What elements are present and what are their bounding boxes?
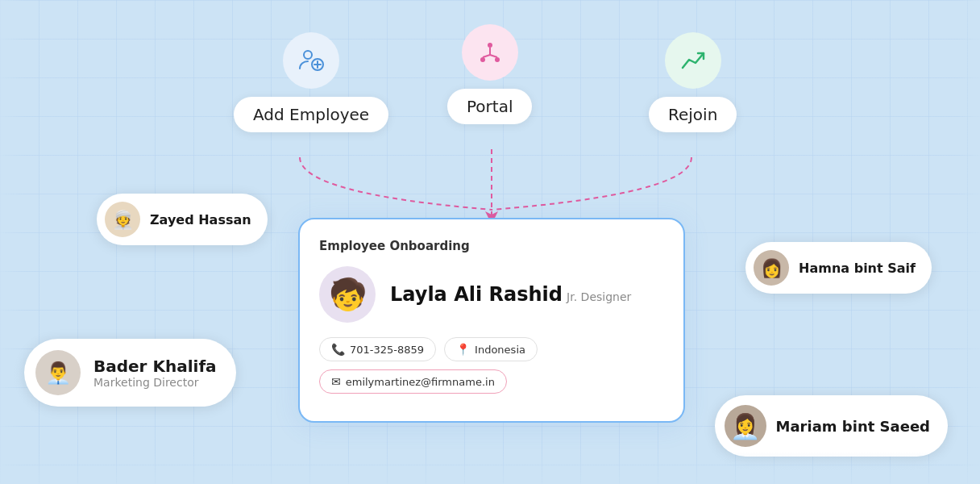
add-employee-action[interactable]: Add Employee <box>234 32 388 132</box>
svg-point-5 <box>480 57 485 62</box>
main-scene: Add Employee Portal Rejoin 👳 <box>0 0 980 484</box>
person-add-icon <box>297 47 325 74</box>
person-info-zayed: Zayed Hassan <box>150 212 251 227</box>
email-icon: ✉ <box>331 375 341 388</box>
phone-icon: 📞 <box>331 343 345 356</box>
avatar-bader: 👨‍💼 <box>35 350 81 395</box>
person-name-hamna: Hamna bint Saif <box>799 261 916 276</box>
person-card-bader: 👨‍💼 Bader Khalifa Marketing Director <box>24 339 236 407</box>
onboarding-card: Employee Onboarding 🧒 Layla Ali Rashid J… <box>298 218 685 423</box>
person-info-mariam: Mariam bint Saeed <box>776 418 930 435</box>
portal-action[interactable]: Portal <box>447 24 532 124</box>
phone-chip: 📞 701-325-8859 <box>319 337 436 361</box>
svg-point-0 <box>304 51 312 59</box>
person-role-bader: Marketing Director <box>93 376 217 389</box>
rejoin-action[interactable]: Rejoin <box>649 32 737 132</box>
employee-name: Layla Ali Rashid <box>390 283 563 306</box>
location-icon: 📍 <box>456 343 470 356</box>
person-card-hamna: 👩 Hamna bint Saif <box>745 242 932 294</box>
portal-label[interactable]: Portal <box>447 89 532 124</box>
svg-line-8 <box>483 55 490 57</box>
email-value: emilymartinez@firmname.in <box>346 376 495 388</box>
person-name-mariam: Mariam bint Saeed <box>776 418 930 435</box>
person-name-bader: Bader Khalifa <box>93 357 217 376</box>
person-name-zayed: Zayed Hassan <box>150 212 251 227</box>
svg-point-4 <box>488 43 492 48</box>
rejoin-icon-circle <box>665 32 721 89</box>
location-chip: 📍 Indonesia <box>444 337 538 361</box>
employee-avatar: 🧒 <box>319 266 376 323</box>
trending-up-icon <box>679 47 707 74</box>
avatar-hamna: 👩 <box>754 250 789 286</box>
portal-icon-circle <box>462 24 518 81</box>
person-card-zayed: 👳 Zayed Hassan <box>97 194 268 245</box>
email-chip: ✉ emilymartinez@firmname.in <box>319 369 507 394</box>
employee-row: 🧒 Layla Ali Rashid Jr. Designer <box>319 266 664 323</box>
employee-info: Layla Ali Rashid Jr. Designer <box>390 283 631 306</box>
contact-row-1: 📞 701-325-8859 📍 Indonesia <box>319 337 664 361</box>
svg-line-9 <box>490 55 497 57</box>
onboarding-card-title: Employee Onboarding <box>319 239 664 253</box>
person-card-mariam: 👩‍💼 Mariam bint Saeed <box>715 395 948 457</box>
contact-row-2: ✉ emilymartinez@firmname.in <box>319 369 664 394</box>
svg-point-6 <box>495 57 500 62</box>
person-info-bader: Bader Khalifa Marketing Director <box>93 357 217 389</box>
add-employee-icon-circle <box>283 32 339 89</box>
avatar-zayed: 👳 <box>105 202 140 237</box>
add-employee-label[interactable]: Add Employee <box>234 97 388 132</box>
phone-number: 701-325-8859 <box>350 344 424 356</box>
rejoin-label[interactable]: Rejoin <box>649 97 737 132</box>
location-value: Indonesia <box>475 344 525 356</box>
avatar-mariam: 👩‍💼 <box>725 405 766 447</box>
fork-icon <box>476 39 504 66</box>
person-info-hamna: Hamna bint Saif <box>799 261 916 276</box>
employee-role: Jr. Designer <box>567 290 631 303</box>
